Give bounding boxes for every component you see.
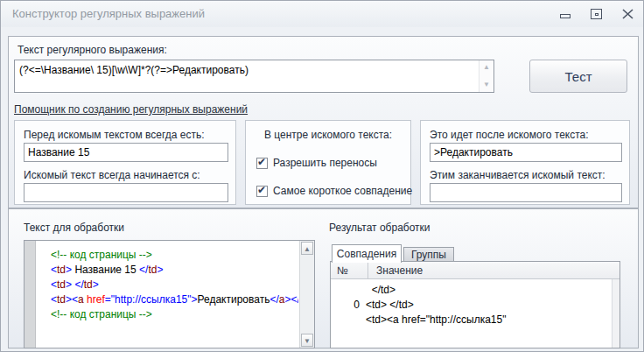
checkbox-box: ✔ [256, 158, 268, 169]
table-row[interactable]: </td> [331, 283, 620, 298]
helper-link[interactable]: Помощник по созданию регулярных выражени… [14, 103, 248, 116]
close-icon [622, 9, 634, 19]
prefix-input[interactable] [24, 143, 228, 162]
scroll-up-icon[interactable]: ▲ [480, 64, 494, 71]
shortest-match-checkbox[interactable]: ✔ Самое короткое совпадение [256, 185, 412, 197]
result-section-title: Результат обработки [329, 222, 430, 234]
row-value: <td> </td> [366, 298, 620, 313]
table-row[interactable]: 0<td> </td> [331, 298, 620, 313]
center-text-groupbox: В центре искомого текста: ✔ Разрешить пе… [245, 120, 411, 205]
close-button[interactable] [621, 8, 634, 21]
tab-matches[interactable]: Совпадения [332, 244, 402, 263]
code-line: <!-- код страницы --> [51, 307, 298, 322]
regex-builder-panel: Текст регулярного выражения: (?<=\Назван… [8, 36, 639, 208]
titlebar: Конструктор регулярных выражений [1, 1, 643, 27]
column-header-number[interactable]: № [331, 262, 368, 278]
result-rows: </td>0<td> </td><td><a href="http://ссыл… [331, 279, 620, 327]
suffix-label: Это идет после искомого текста: [430, 129, 589, 141]
window-title: Конструктор регулярных выражений [12, 7, 205, 20]
scroll-down-icon[interactable]: ▼ [301, 334, 313, 347]
code-line: <td><a href="http://ссылка15">Редактиров… [51, 292, 298, 307]
editor-scrollbar[interactable]: ▲ ▼ [299, 241, 314, 348]
maximize-button[interactable] [590, 8, 603, 21]
scroll-up-icon[interactable]: ▲ [301, 242, 313, 255]
allow-linebreaks-checkbox[interactable]: ✔ Разрешить переносы [256, 157, 377, 169]
regex-pattern-label: Текст регулярного выражения: [18, 44, 167, 56]
minimize-button[interactable] [558, 8, 571, 21]
table-row[interactable]: <td><a href="http://ссылка15" [331, 313, 620, 327]
regex-pattern-value: (?<=\Название\ 15)[\w\W]*?(?=>Редактиров… [19, 64, 476, 76]
row-value: </td> [366, 283, 620, 298]
code-line: <td> </td> [51, 278, 298, 292]
maximize-icon [591, 9, 602, 19]
scroll-down-icon[interactable]: ▼ [480, 81, 494, 88]
code-line: <!-- код страницы --> [51, 248, 298, 263]
regex-pattern-input[interactable]: (?<=\Название\ 15)[\w\W]*?(?=>Редактиров… [14, 60, 494, 93]
row-number [331, 283, 366, 298]
processing-panel: Текст для обработки <!-- код страницы --… [8, 208, 639, 348]
row-number [331, 313, 366, 327]
source-text-editor[interactable]: <!-- код страницы --><td> Название 15 </… [24, 240, 315, 348]
center-group-title: В центре искомого текста: [246, 129, 410, 141]
minimize-icon [560, 14, 570, 18]
starts-with-label: Искомый текст всегда начинается с: [24, 169, 200, 181]
suffix-input[interactable] [430, 143, 622, 162]
source-section-title: Текст для обработки [24, 222, 124, 234]
source-code: <!-- код страницы --><td> Название 15 </… [51, 248, 298, 346]
checkbox-label: Самое короткое совпадение [273, 185, 412, 197]
result-table: № Значение </td>0<td> </td><td><a href="… [330, 261, 620, 348]
prefix-label: Перед искомым текстом всегда есть: [24, 129, 205, 141]
checkmark-icon: ✔ [257, 156, 266, 168]
tab-groups[interactable]: Группы [403, 247, 454, 262]
ends-with-label: Этим заканчивается искомый текст: [430, 169, 606, 181]
checkbox-box: ✔ [256, 186, 268, 197]
code-line: <td> Название 15 </td> [51, 263, 298, 278]
regex-input-scrollbar[interactable]: ▲ ▼ [479, 60, 494, 92]
checkmark-icon: ✔ [257, 184, 266, 196]
editor-gutter [24, 241, 36, 348]
result-table-scrollbar[interactable] [612, 279, 620, 348]
test-button[interactable]: Тест [529, 60, 627, 93]
row-number: 0 [331, 298, 366, 313]
after-text-groupbox: Это идет после искомого текста: Этим зак… [420, 120, 630, 205]
checkbox-label: Разрешить переносы [273, 157, 377, 169]
ends-with-input[interactable] [430, 183, 622, 202]
row-value: <td><a href="http://ссылка15" [366, 313, 620, 327]
starts-with-input[interactable] [24, 183, 228, 202]
result-table-header: № Значение [331, 262, 620, 279]
before-text-groupbox: Перед искомым текстом всегда есть: Иском… [14, 120, 236, 205]
column-header-value[interactable]: Значение [368, 262, 620, 278]
regex-constructor-window: Конструктор регулярных выражений Текст р… [0, 0, 644, 352]
